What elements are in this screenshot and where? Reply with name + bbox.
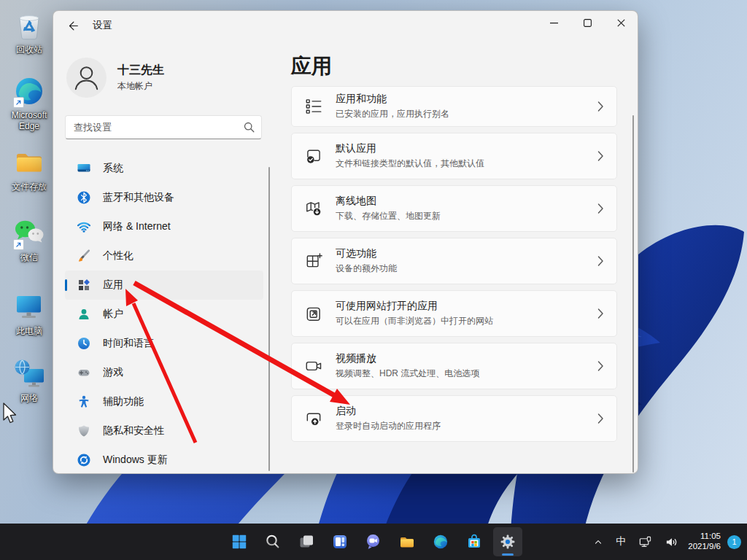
taskbar-search-button[interactable] xyxy=(258,527,287,556)
sidebar-item-label: 系统 xyxy=(103,162,123,175)
sidebar-item-accounts[interactable]: 帐户 xyxy=(65,300,263,329)
card-texts: 启动登录时自动启动的应用程序 xyxy=(336,405,441,432)
card-subtitle: 下载、存储位置、地图更新 xyxy=(336,210,441,222)
sidebar-scrollbar[interactable] xyxy=(268,167,270,471)
sidebar-item-network-internet[interactable]: 网络 & Internet xyxy=(65,212,263,241)
offline-maps-icon xyxy=(304,199,323,218)
shortcut-arrow-icon xyxy=(13,239,24,250)
back-button[interactable] xyxy=(61,15,85,36)
taskbar-widgets-button[interactable] xyxy=(325,527,355,556)
card-optional-features[interactable]: 可选功能设备的额外功能 xyxy=(291,238,617,284)
store-icon xyxy=(465,533,483,551)
minimize-icon xyxy=(550,19,558,27)
taskbar-buttons xyxy=(225,527,522,556)
desktop-icon-edge-desktop[interactable]: Microsoft Edge xyxy=(1,74,57,132)
sidebar-item-label: 蓝牙和其他设备 xyxy=(103,191,174,204)
sidebar-item-label: 帐户 xyxy=(103,308,123,321)
sidebar-item-personalization[interactable]: 个性化 xyxy=(65,241,263,271)
card-subtitle: 登录时自动启动的应用程序 xyxy=(336,420,441,432)
desktop-icon-recycle-bin[interactable]: 回收站 xyxy=(1,9,57,55)
card-offline-maps[interactable]: 离线地图下载、存储位置、地图更新 xyxy=(291,185,617,232)
volume-icon xyxy=(665,535,678,549)
user-account-type: 本地帐户 xyxy=(117,80,164,93)
video-playback-icon xyxy=(304,357,323,376)
sidebar-item-label: Windows 更新 xyxy=(103,454,168,467)
sidebar-item-label: 隐私和安全性 xyxy=(103,424,164,438)
chevron-up-icon xyxy=(593,537,603,547)
web-apps-icon xyxy=(304,304,323,323)
card-texts: 离线地图下载、存储位置、地图更新 xyxy=(336,195,441,222)
sidebar-item-apps[interactable]: 应用 xyxy=(65,271,263,300)
sidebar-item-label: 时间和语言 xyxy=(103,337,154,350)
start-icon xyxy=(231,533,248,551)
sidebar-item-bluetooth[interactable]: 蓝牙和其他设备 xyxy=(65,183,263,212)
gaming-icon xyxy=(77,365,91,380)
taskbar: 中 11:05 2021/9/6 1 xyxy=(0,524,747,560)
tray-time: 11:05 xyxy=(688,532,721,542)
wechat-icon xyxy=(12,217,46,250)
desktop-icon-label: 微信 xyxy=(1,252,57,263)
settings-window: 设置 十三先生 本地帐户 系统蓝牙和其 xyxy=(53,10,638,474)
desktop-icon-label: 文件存放 xyxy=(1,182,57,192)
card-texts: 可选功能设备的额外功能 xyxy=(336,247,397,275)
sidebar-item-gaming[interactable]: 游戏 xyxy=(65,358,263,387)
minimize-button[interactable] xyxy=(537,11,570,34)
taskbar-file-explorer-button[interactable] xyxy=(392,527,422,556)
card-video-playback[interactable]: 视频播放视频调整、HDR 流式处理、电池选项 xyxy=(291,343,617,389)
maximize-button[interactable] xyxy=(570,11,604,34)
tray-date: 2021/9/6 xyxy=(688,542,721,552)
sidebar-item-privacy[interactable]: 隐私和安全性 xyxy=(65,416,263,446)
desktop-icon-network-desktop[interactable]: 网络 xyxy=(1,357,57,404)
taskbar-settings-button[interactable] xyxy=(493,527,522,556)
card-default-apps[interactable]: 默认应用文件和链接类型的默认值，其他默认值 xyxy=(291,133,617,179)
taskbar-chat-button[interactable] xyxy=(359,527,388,556)
desktop-icon-folder-desktop[interactable]: 文件存放 xyxy=(1,146,57,192)
file-explorer-icon xyxy=(398,533,416,551)
taskbar-task-view-button[interactable] xyxy=(292,527,321,556)
sidebar-item-accessibility[interactable]: 辅助功能 xyxy=(65,387,263,416)
taskbar-store-button[interactable] xyxy=(460,527,489,556)
mouse-cursor xyxy=(1,402,19,425)
desktop-icon-wechat[interactable]: 微信 xyxy=(1,217,57,263)
active-app-indicator xyxy=(502,553,514,556)
taskbar-start-button[interactable] xyxy=(225,527,254,556)
search-input[interactable] xyxy=(66,116,261,139)
ime-indicator[interactable]: 中 xyxy=(613,532,629,551)
volume-button[interactable] xyxy=(662,532,681,552)
search-box xyxy=(65,115,262,139)
back-arrow-icon xyxy=(68,20,79,31)
this-pc-icon xyxy=(12,290,46,324)
desktop-icon-this-pc[interactable]: 此电脑 xyxy=(1,290,57,337)
personalization-icon xyxy=(77,249,91,263)
card-apps-features[interactable]: 应用和功能已安装的应用，应用执行别名 xyxy=(291,86,617,127)
shortcut-arrow-icon xyxy=(13,97,24,108)
accessibility-icon xyxy=(77,394,91,409)
accounts-icon xyxy=(77,307,91,322)
card-startup[interactable]: 启动登录时自动启动的应用程序 xyxy=(291,395,617,442)
chevron-right-icon xyxy=(597,256,604,267)
desktop-icon-label: 回收站 xyxy=(1,44,57,55)
privacy-icon xyxy=(77,424,91,438)
network-tray-button[interactable] xyxy=(635,532,655,552)
sidebar-item-system[interactable]: 系统 xyxy=(65,154,263,183)
sidebar-item-time-language[interactable]: 时间和语言 xyxy=(65,329,263,358)
notification-badge[interactable]: 1 xyxy=(727,535,741,549)
maximize-icon xyxy=(584,19,592,27)
card-title: 应用和功能 xyxy=(336,93,449,106)
card-title: 默认应用 xyxy=(336,142,484,155)
avatar xyxy=(66,58,107,98)
tray-clock[interactable]: 11:05 2021/9/6 xyxy=(688,532,721,552)
taskbar-edge-taskbar-button[interactable] xyxy=(426,527,455,556)
card-texts: 默认应用文件和链接类型的默认值，其他默认值 xyxy=(336,142,484,170)
chevron-right-icon xyxy=(597,361,604,372)
content-scrollbar[interactable] xyxy=(632,115,634,472)
card-title: 视频播放 xyxy=(336,352,479,365)
close-button[interactable] xyxy=(604,11,638,34)
tray-chevron-button[interactable] xyxy=(590,534,606,550)
sidebar-item-windows-update[interactable]: Windows 更新 xyxy=(65,446,263,474)
desktop-icon-column: 回收站Microsoft Edge文件存放微信此电脑网络 xyxy=(1,0,57,452)
accent-pill xyxy=(65,279,67,291)
task-view-icon xyxy=(298,533,315,551)
card-web-apps[interactable]: 可使用网站打开的应用可以在应用（而非浏览器）中打开的网站 xyxy=(291,290,617,337)
card-texts: 应用和功能已安装的应用，应用执行别名 xyxy=(336,93,449,120)
